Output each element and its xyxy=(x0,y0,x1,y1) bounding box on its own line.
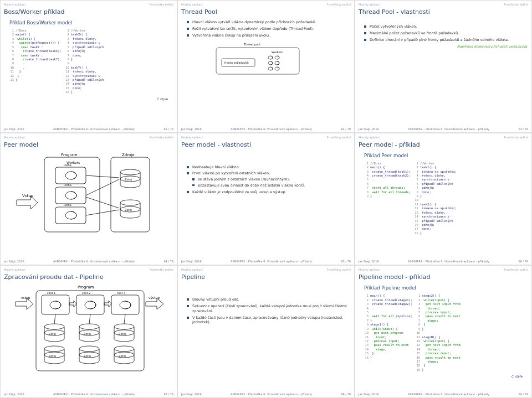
pipeline-diagram: Program vstup výstup část 1 část 2 část … xyxy=(11,285,166,374)
code-main: 1main() { 2 create_thread(stage1); 3 cre… xyxy=(364,294,412,372)
peer-model-diagram: Vstup Program Workers úloha úloha úloha … xyxy=(11,153,166,236)
slide-title: Boss/Worker příklad xyxy=(4,8,173,15)
svg-text:Zdroj: Zdroj xyxy=(49,332,56,336)
svg-text:úloha: úloha xyxy=(64,203,71,206)
svg-rect-46 xyxy=(111,295,139,314)
svg-text:vstup: vstup xyxy=(21,296,30,300)
svg-point-52 xyxy=(79,324,99,329)
bullet: Hlavní vlákno vytváří vlákna dynamicky p… xyxy=(187,20,351,25)
footer-mid: A0B36PR2 – Přednáška 6: Vícevláknové apl… xyxy=(53,127,135,131)
slide-peer-model-example: Modely aplikacíProstředky ladění Peer mo… xyxy=(355,133,532,266)
svg-rect-18 xyxy=(55,187,86,204)
slide-title: Thread Pool - vlastnosti xyxy=(359,8,528,15)
code-worker: 1//Worker 2taskX() { 3 řešení úlohy, 4 s… xyxy=(65,29,104,95)
tab-left: Modely aplikací xyxy=(4,3,25,6)
svg-text:Zdroj: Zdroj xyxy=(84,332,91,336)
svg-text:úloha: úloha xyxy=(64,163,71,167)
bullet: Vytvořená vlákna čekají na přiřazení úko… xyxy=(187,33,351,38)
svg-point-61 xyxy=(79,346,99,352)
c-style-label: C style xyxy=(4,97,168,101)
slide-pipeline-diagram: Modely aplikacíProstředky ladění Zpracov… xyxy=(0,265,177,398)
svg-line-68 xyxy=(89,314,90,324)
slide-peer-model-props: Modely aplikacíProstředky ladění Peer mo… xyxy=(177,133,355,266)
svg-text:část 1: část 1 xyxy=(47,291,55,294)
svg-text:Workers: Workers xyxy=(272,50,283,54)
slide-peer-model: Modely aplikacíProstředky ladění Peer mo… xyxy=(0,133,177,266)
bullet: Dlouhý vstupní proud dat. xyxy=(187,297,351,302)
thread-pool-diagram: Thread pool fronta požadavků Workers xyxy=(211,41,321,80)
code-worker: 1//Worker 2task1() { 3 čekáná na spuštěn… xyxy=(414,162,457,236)
svg-line-33 xyxy=(86,179,119,195)
svg-point-58 xyxy=(44,346,64,352)
bullet: Sekvence operací (částí zpracování), kaž… xyxy=(187,304,351,314)
sub-bullet: pozastavuje svou činnost do doby než ost… xyxy=(192,183,351,188)
svg-text:Thread pool: Thread pool xyxy=(243,43,260,46)
slide-title: Peer model - vlastnosti xyxy=(181,141,351,148)
svg-line-35 xyxy=(86,210,119,215)
bullet: Režii vytváření lze snížit, vytvořením v… xyxy=(187,27,351,32)
slide-thread-pool-props: Modely aplikacíProstředky ladění Thread … xyxy=(355,0,532,133)
svg-text:Zdroj: Zdroj xyxy=(49,354,56,358)
svg-text:fronta požadavků: fronta požadavků xyxy=(224,61,249,65)
code-stages: 1stage2() { 2 while(input) { 3 get next … xyxy=(416,294,461,372)
bullet: Počet vytvořených vláken. xyxy=(364,24,528,29)
bullet: Neobsahuje hlavní vlákno. xyxy=(187,165,351,170)
svg-line-32 xyxy=(86,175,119,178)
slide-pipeline-example: Modely aplikacíProstředky ladění Pipelin… xyxy=(355,265,532,398)
footer-page: 61 / 79 xyxy=(163,127,173,131)
svg-point-49 xyxy=(44,324,64,329)
tab-right: Prostředky ladění xyxy=(150,3,173,6)
svg-rect-21 xyxy=(55,207,86,224)
svg-text:část 3: část 3 xyxy=(117,291,125,294)
bullet: Každé vlákno je zodpovědné za svůj vstup… xyxy=(187,190,351,195)
note: Například blokování příchozích požadavků… xyxy=(359,44,528,48)
svg-rect-37 xyxy=(36,291,144,371)
svg-point-26 xyxy=(120,169,140,175)
bullet: Maximální počet požadavků ve frontě poža… xyxy=(364,31,528,36)
svg-text:Zdroj: Zdroj xyxy=(125,178,132,182)
svg-rect-15 xyxy=(55,167,86,184)
slide-subtitle: Příklad Boss/Worker model xyxy=(9,20,173,25)
slide-thread-pool: Modely aplikacíProstředky ladění Thread … xyxy=(177,0,355,133)
slide-subtitle: Příklad Peer model xyxy=(364,153,528,158)
svg-rect-40 xyxy=(42,295,69,314)
svg-text:Zdroj: Zdroj xyxy=(125,208,132,212)
svg-text:úloha: úloha xyxy=(64,183,71,187)
slide-title: Peer model xyxy=(4,141,173,148)
svg-rect-12 xyxy=(44,157,100,232)
svg-point-64 xyxy=(114,346,134,352)
slide-boss-worker-example: Modely aplikacíProstředky ladění Boss/Wo… xyxy=(0,0,177,133)
svg-text:část 2: část 2 xyxy=(82,291,90,294)
svg-text:Zdroj: Zdroj xyxy=(84,354,91,358)
svg-text:Zdroj: Zdroj xyxy=(119,354,126,358)
svg-rect-43 xyxy=(76,295,104,314)
slide-pipeline: Modely aplikacíProstředky ladění Pipelin… xyxy=(177,265,355,398)
sub-bullet: se stává jedním z ostatních vláken (rovn… xyxy=(192,177,351,182)
slide-subtitle: Příklad Pipeline model xyxy=(364,285,528,291)
svg-line-69 xyxy=(124,314,125,324)
slide-title: Thread Pool xyxy=(181,8,351,15)
svg-text:Program: Program xyxy=(78,285,94,290)
bullet: Definice chování v případě plné fronty p… xyxy=(364,38,528,43)
code-boss: 1//Boss 2main() { 3 while(1) { 4 switch(… xyxy=(9,29,62,95)
slide-title: Pipeline xyxy=(181,273,351,281)
slide-title: Zpracování proudu dat - Pipeline xyxy=(4,273,173,281)
footer-author: Jan Faigl, 2016 xyxy=(4,127,24,131)
slide-title: Peer model - příklad xyxy=(359,141,528,148)
code-boss: 1//Boss 2main() { 3 create_thread(task1)… xyxy=(364,162,411,236)
svg-point-29 xyxy=(120,200,140,205)
svg-text:Program: Program xyxy=(61,153,78,157)
svg-point-55 xyxy=(114,324,134,329)
svg-text:Zdroj: Zdroj xyxy=(119,332,126,336)
svg-text:Zdroje: Zdroje xyxy=(122,153,135,157)
slide-title: Pipeline model - příklad xyxy=(359,273,528,281)
bullet: V každé části jsou v daném čase, zpracov… xyxy=(187,316,351,325)
svg-rect-24 xyxy=(111,157,150,232)
c-style-label: C style xyxy=(359,374,523,378)
svg-line-34 xyxy=(86,197,119,208)
bullet: První vlákno po vytvoření ostatních vlák… xyxy=(187,171,351,188)
svg-line-67 xyxy=(54,314,55,324)
